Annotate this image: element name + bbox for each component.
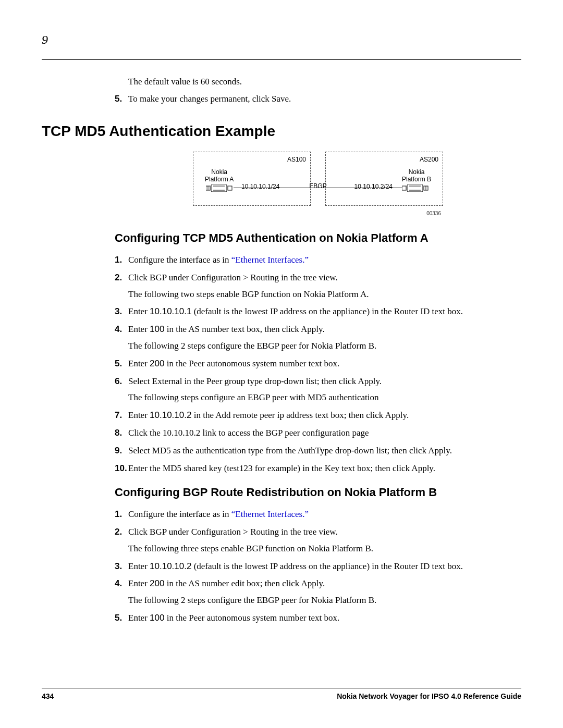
list-number: 5. [115,612,128,624]
list-number: 5. [115,357,128,370]
list-number: 1. [115,508,128,521]
figure-id: 00336 [426,210,441,217]
list-item-text: Enter 200 in the AS number edit box; the… [128,577,521,607]
list-item-text: Enter 10.10.10.2 (default is the lowest … [128,560,521,573]
as100-label: AS100 [287,155,306,164]
section-heading: TCP MD5 Authentication Example [42,121,521,141]
list-item-text: Enter the MD5 shared key (test123 for ex… [128,462,521,475]
as200-label: AS200 [420,155,438,164]
ethernet-interfaces-link[interactable]: “Ethernet Interfaces.” [231,509,309,519]
list-item-text: Select MD5 as the authentication type fr… [128,445,521,457]
header-rule [42,59,521,60]
svg-rect-7 [407,184,423,192]
router-icon [402,184,430,192]
ethernet-interfaces-link[interactable]: “Ethernet Interfaces.” [231,255,309,265]
list-number: 7. [115,409,128,422]
svg-rect-2 [211,184,227,192]
list-number: 4. [115,577,128,607]
list-number: 9. [115,445,128,457]
list-number: 3. [115,305,128,318]
page-number: 434 [42,692,54,702]
platform-b-label: Nokia Platform B [402,169,431,182]
subsection-heading: Configuring BGP Route Redistribution on … [115,485,521,501]
svg-rect-6 [402,186,406,190]
list-number: 10. [115,462,128,475]
list-item-text: Enter 100 in the Peer autonomous system … [128,612,521,624]
list-item-text: Enter 100 in the AS number text box, the… [128,323,521,352]
list-item-text: Click the 10.10.10.2 link to access the … [128,427,521,439]
subsection-heading: Configuring TCP MD5 Authentication on No… [115,230,521,246]
list-item-text: To make your changes permanent, click Sa… [128,93,521,105]
as100-box: AS100 Nokia Platform A 10.10.10.1/24 [193,152,311,206]
list-number: 2. [115,272,128,301]
svg-rect-5 [228,186,232,190]
list-item-text: Configure the interface as in “Ethernet … [128,254,521,266]
list-number: 3. [115,560,128,573]
list-number: 5. [115,93,128,105]
list-number: 4. [115,323,128,352]
intro-paragraph: The default value is 60 seconds. [128,76,521,88]
list-item-text: Click BGP under Configuration > Routing … [128,526,521,555]
list-number: 8. [115,427,128,439]
chapter-number: 9 [42,31,521,49]
list-item-text: Enter 10.10.10.2 in the Add remote peer … [128,409,521,422]
list-number: 1. [115,254,128,266]
list-number: 2. [115,526,128,555]
ip-a-label: 10.10.10.1/24 [241,182,279,191]
list-item-text: Click BGP under Configuration > Routing … [128,272,521,301]
list-item-text: Configure the interface as in “Ethernet … [128,508,521,521]
list-number: 6. [115,375,128,404]
ebgp-label: EBGP [309,182,326,191]
router-icon [206,184,234,192]
page-footer: 434 Nokia Network Voyager for IPSO 4.0 R… [42,688,521,702]
document-title: Nokia Network Voyager for IPSO 4.0 Refer… [337,692,521,702]
as200-box: AS200 Nokia Platform B 10.10.10.2/24 [325,152,443,206]
list-item-text: Enter 200 in the Peer autonomous system … [128,357,521,370]
list-item-text: Enter 10.10.10.1 (default is the lowest … [128,305,521,318]
platform-a-label: Nokia Platform A [205,169,234,182]
ip-b-label: 10.10.10.2/24 [354,182,393,191]
list-item-text: Select External in the Peer group type d… [128,375,521,404]
network-diagram: AS100 Nokia Platform A 10.10.10.1/24 AS2… [115,152,521,218]
